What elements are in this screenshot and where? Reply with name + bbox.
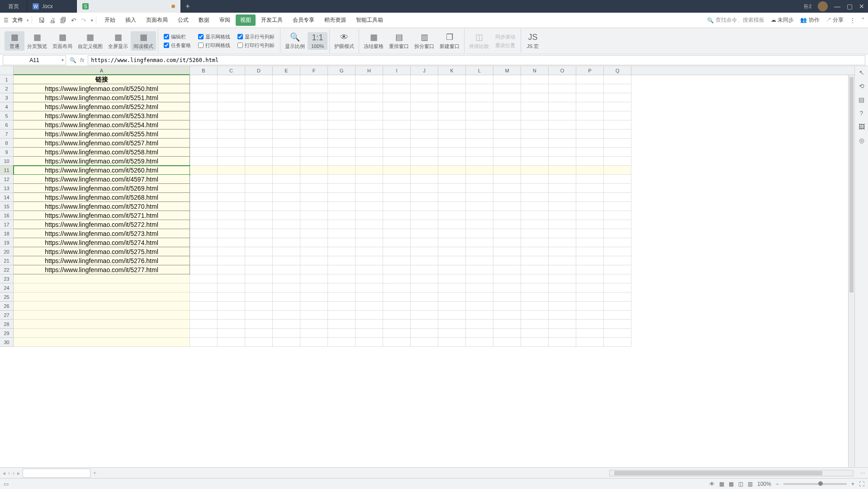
cell-N14[interactable]	[521, 193, 549, 202]
cell-I24[interactable]	[383, 283, 411, 292]
cell-C4[interactable]	[218, 102, 245, 111]
cell-O20[interactable]	[549, 247, 576, 256]
cell-L8[interactable]	[466, 139, 493, 148]
cell-O9[interactable]	[549, 148, 576, 157]
cell-N24[interactable]	[521, 283, 549, 292]
cell-C24[interactable]	[218, 283, 245, 292]
cell-I1[interactable]	[383, 75, 411, 84]
cell-P15[interactable]	[576, 202, 604, 211]
view-普通[interactable]: ▦普通	[5, 31, 24, 51]
cell-Q21[interactable]	[604, 256, 631, 265]
cell-M20[interactable]	[493, 247, 521, 256]
cell-L14[interactable]	[466, 193, 493, 202]
cell-P18[interactable]	[576, 229, 604, 238]
cell-I25[interactable]	[383, 292, 411, 302]
cell-B2[interactable]	[190, 84, 218, 93]
view-全屏显示[interactable]: ▦全屏显示	[105, 31, 131, 51]
cell-J28[interactable]	[411, 320, 438, 329]
cell-B10[interactable]	[190, 157, 218, 166]
col-header-E[interactable]: E	[273, 66, 300, 75]
cell-K22[interactable]	[438, 265, 466, 274]
cell-O13[interactable]	[549, 184, 576, 193]
cell-F20[interactable]	[300, 247, 328, 256]
cell-E3[interactable]	[273, 93, 300, 102]
cell-B11[interactable]	[190, 166, 218, 175]
cell-O28[interactable]	[549, 320, 576, 329]
row-header[interactable]: 6	[0, 120, 14, 129]
cell-Q27[interactable]	[604, 311, 631, 320]
horizontal-scrollbar[interactable]	[609, 470, 854, 476]
cell-B30[interactable]	[190, 338, 218, 347]
cell-J7[interactable]	[411, 129, 438, 139]
cell-C1[interactable]	[218, 75, 245, 84]
row-header[interactable]: 22	[0, 265, 14, 274]
cell-A26[interactable]	[14, 302, 190, 311]
newwindow-button[interactable]: ❐新建窗口	[437, 31, 462, 51]
check-打印网格线[interactable]: 打印网格线	[198, 42, 230, 49]
cell-E23[interactable]	[273, 274, 300, 283]
cell-P2[interactable]	[576, 84, 604, 93]
row-header[interactable]: 10	[0, 157, 14, 166]
cell-J16[interactable]	[411, 211, 438, 220]
cell-J24[interactable]	[411, 283, 438, 292]
cell-K12[interactable]	[438, 175, 466, 184]
cell-J15[interactable]	[411, 202, 438, 211]
cell-E19[interactable]	[273, 238, 300, 247]
target-icon[interactable]: ◎	[859, 137, 864, 144]
cell-P17[interactable]	[576, 220, 604, 229]
cell-B4[interactable]	[190, 102, 218, 111]
cell-Q17[interactable]	[604, 220, 631, 229]
cell-C19[interactable]	[218, 238, 245, 247]
cell-O10[interactable]	[549, 157, 576, 166]
check-打印行号列标[interactable]: 打印行号列标	[237, 42, 275, 49]
cell-O12[interactable]	[549, 175, 576, 184]
cell-C18[interactable]	[218, 229, 245, 238]
cell-E15[interactable]	[273, 202, 300, 211]
cell-C20[interactable]	[218, 247, 245, 256]
cell-A6[interactable]: https://www.lingfenmao.com/it/5254.html	[14, 120, 190, 129]
cell-J29[interactable]	[411, 329, 438, 338]
add-sheet-icon[interactable]: +	[93, 470, 96, 476]
eyecare-button[interactable]: 👁护眼模式	[332, 32, 357, 51]
cell-N26[interactable]	[521, 302, 549, 311]
notification-button[interactable]: ⎘2	[804, 3, 811, 10]
cell-P16[interactable]	[576, 211, 604, 220]
cell-G9[interactable]	[328, 148, 356, 157]
cell-D3[interactable]	[245, 93, 273, 102]
cell-F6[interactable]	[300, 120, 328, 129]
cell-H6[interactable]	[356, 120, 383, 129]
row-header[interactable]: 3	[0, 93, 14, 102]
cell-Q28[interactable]	[604, 320, 631, 329]
cell-M8[interactable]	[493, 139, 521, 148]
rearrange-button[interactable]: ▤重排窗口	[386, 31, 412, 51]
collapse-ribbon-icon[interactable]: ˄	[862, 17, 864, 24]
cell-I22[interactable]	[383, 265, 411, 274]
cell-D4[interactable]	[245, 102, 273, 111]
cell-D23[interactable]	[245, 274, 273, 283]
cell-O23[interactable]	[549, 274, 576, 283]
cell-I14[interactable]	[383, 193, 411, 202]
cell-H8[interactable]	[356, 139, 383, 148]
cell-D25[interactable]	[245, 292, 273, 302]
cell-P5[interactable]	[576, 111, 604, 120]
cell-F24[interactable]	[300, 283, 328, 292]
cell-F17[interactable]	[300, 220, 328, 229]
cell-H18[interactable]	[356, 229, 383, 238]
cell-K26[interactable]	[438, 302, 466, 311]
cell-Q22[interactable]	[604, 265, 631, 274]
cell-K15[interactable]	[438, 202, 466, 211]
minimize-button[interactable]: —	[834, 3, 840, 10]
cell-M7[interactable]	[493, 129, 521, 139]
view-read-icon[interactable]: ▦	[719, 481, 724, 487]
cell-O18[interactable]	[549, 229, 576, 238]
cell-N4[interactable]	[521, 102, 549, 111]
cell-Q5[interactable]	[604, 111, 631, 120]
menu-公式[interactable]: 公式	[173, 14, 193, 26]
cell-K29[interactable]	[438, 329, 466, 338]
check-编辑栏[interactable]: 编辑栏	[164, 34, 191, 40]
row-header[interactable]: 11	[0, 166, 14, 175]
cell-N21[interactable]	[521, 256, 549, 265]
cell-M12[interactable]	[493, 175, 521, 184]
cell-K25[interactable]	[438, 292, 466, 302]
cell-H10[interactable]	[356, 157, 383, 166]
